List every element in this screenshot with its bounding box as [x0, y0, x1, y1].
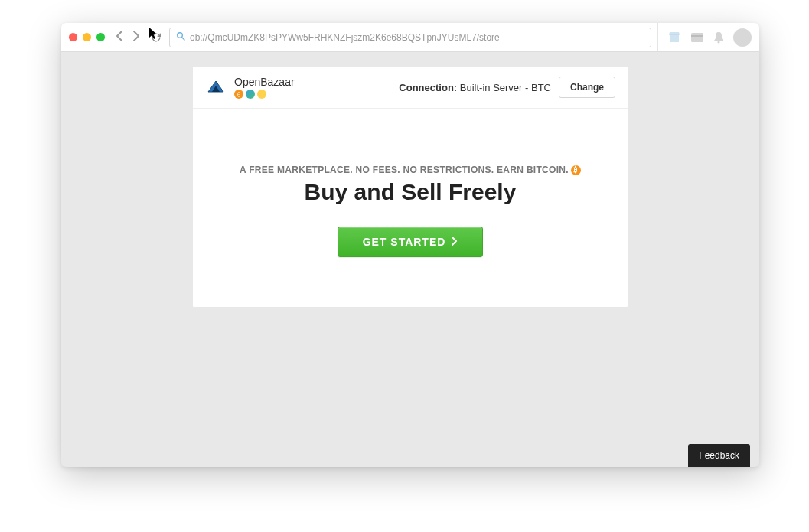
svg-line-1 [182, 38, 184, 40]
brand-logo-icon [205, 77, 227, 98]
brand-name: OpenBazaar [234, 76, 295, 88]
svg-point-5 [717, 41, 719, 43]
content-area: OpenBazaar ₿ Connection: Built-in Server… [61, 52, 759, 308]
cta-label: GET STARTED [363, 236, 446, 248]
store-icon[interactable] [667, 31, 681, 44]
chevron-right-icon [452, 236, 458, 248]
titlebar [61, 23, 759, 52]
wallet-icon[interactable] [690, 32, 704, 43]
brand-info: OpenBazaar ₿ [234, 76, 295, 99]
svg-rect-4 [691, 35, 703, 37]
connection-label: Connection: [399, 82, 457, 93]
get-started-button[interactable]: GET STARTED [338, 227, 484, 257]
connection-value: Built-in Server - BTC [460, 82, 551, 93]
svg-rect-2 [670, 34, 679, 42]
welcome-card: OpenBazaar ₿ Connection: Built-in Server… [192, 66, 628, 308]
bitcoin-badge-icon: ₿ [234, 90, 243, 99]
back-button[interactable] [116, 31, 123, 44]
tagline: A FREE MARKETPLACE. NO FEES. NO RESTRICT… [240, 165, 581, 175]
card-header: OpenBazaar ₿ Connection: Built-in Server… [193, 67, 628, 109]
brand-badges: ₿ [234, 90, 295, 99]
reload-button[interactable] [151, 32, 161, 43]
toolbar-right [657, 23, 752, 51]
address-input[interactable] [190, 32, 644, 43]
address-bar[interactable] [169, 28, 651, 47]
forward-button[interactable] [132, 31, 140, 44]
connection-area: Connection: Built-in Server - BTC Change [399, 77, 615, 98]
connection-text: Connection: Built-in Server - BTC [399, 82, 551, 93]
feedback-button[interactable]: Feedback [688, 444, 750, 467]
svg-point-0 [178, 33, 183, 38]
coin-badge-icon [257, 90, 266, 99]
tagline-text: A FREE MARKETPLACE. NO FEES. NO RESTRICT… [240, 165, 569, 175]
minimize-window-button[interactable] [83, 33, 91, 41]
nav-arrows [116, 31, 140, 44]
search-icon [176, 31, 185, 43]
maximize-window-button[interactable] [96, 33, 105, 41]
globe-badge-icon [246, 90, 255, 99]
svg-rect-3 [691, 33, 703, 42]
notifications-icon[interactable] [713, 31, 724, 44]
change-connection-button[interactable]: Change [559, 77, 615, 98]
avatar[interactable] [733, 28, 752, 47]
window-controls [69, 33, 105, 41]
app-window: OpenBazaar ₿ Connection: Built-in Server… [61, 23, 759, 467]
headline: Buy and Sell Freely [208, 179, 612, 205]
close-window-button[interactable] [69, 33, 77, 41]
bitcoin-icon: ₿ [571, 165, 581, 175]
card-body: A FREE MARKETPLACE. NO FEES. NO RESTRICT… [193, 109, 628, 295]
